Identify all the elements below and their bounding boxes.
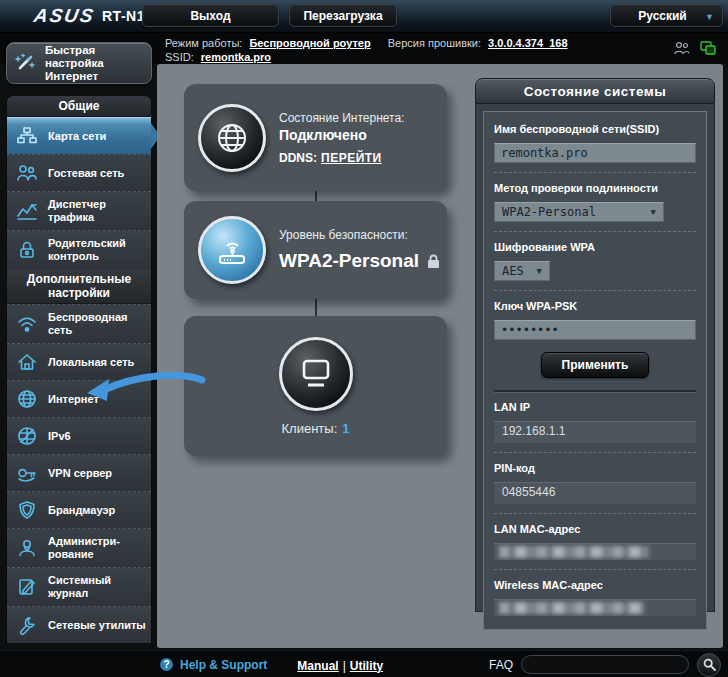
firmware-link[interactable]: 3.0.0.4.374_168 — [488, 37, 568, 49]
internet-status-value: Подключено — [279, 127, 404, 143]
sidebar-item-label: Гостевая сеть — [48, 167, 124, 180]
clients-label: Клиенты: — [282, 421, 338, 436]
sidebar-item-label: Беспроводная сеть — [48, 311, 149, 337]
sidebar-item-traffic-manager[interactable]: Диспетчер трафика — [7, 191, 151, 230]
clients-card[interactable]: Клиенты:1 — [184, 316, 447, 456]
clients-row: Клиенты:1 — [282, 421, 350, 436]
wpa-encryption-dropdown[interactable]: AES — [494, 261, 550, 281]
utility-link[interactable]: Utility — [350, 659, 383, 673]
connector-line — [315, 191, 317, 201]
firmware-label: Версия прошивки: — [388, 37, 481, 49]
help-support-link[interactable]: Help & Support — [180, 658, 267, 672]
connector-line — [315, 299, 317, 316]
ipv6-globe-icon — [14, 424, 40, 448]
quick-setup-button[interactable]: Быстрая настройка Интернет — [6, 42, 152, 84]
sidebar-item-parental-control[interactable]: Родительский контроль — [7, 230, 151, 269]
lan-mac-value-blurred — [494, 543, 696, 560]
clients-count-link[interactable]: 1 — [342, 421, 349, 436]
magnifier-icon — [703, 658, 716, 671]
auth-method-dropdown[interactable]: WPA2-Personal — [494, 202, 664, 222]
security-level-card[interactable]: Уровень безопасности: WPA2-Personal — [184, 201, 447, 299]
info-row-mode: Режим работы: Беспроводной роутер Версия… — [165, 37, 568, 49]
sidebar-item-label: Брандмауэр — [48, 504, 115, 517]
reboot-button[interactable]: Перезагрузка — [289, 4, 397, 27]
sidebar-item-network-tools[interactable]: Сетевые утилиты — [7, 606, 151, 643]
language-label: Русский — [638, 9, 687, 23]
ddns-go-link[interactable]: ПЕРЕЙТИ — [321, 151, 382, 165]
shield-icon — [14, 498, 40, 522]
sidebar-nav: Быстрая настройка Интернет Общие Карта с… — [6, 42, 152, 644]
logout-button[interactable]: Выход — [142, 4, 279, 27]
log-document-icon — [14, 575, 40, 599]
router-icon[interactable] — [198, 216, 266, 284]
traffic-chart-icon — [14, 199, 40, 223]
manual-link[interactable]: Manual — [297, 659, 338, 673]
clients-status-icon[interactable] — [674, 41, 690, 57]
internet-status-card[interactable]: Состояние Интернета: Подключено DDNS:ПЕР… — [184, 84, 447, 191]
wifi-icon — [14, 312, 40, 336]
faq-label: FAQ — [489, 658, 513, 672]
asus-logo: ASUS — [32, 5, 97, 27]
search-button[interactable] — [697, 653, 721, 677]
ddns-label: DDNS: — [279, 151, 317, 165]
footer-bar: ? Help & Support Manual|Utility FAQ — [0, 650, 728, 677]
sidebar-item-label: Родительский контроль — [48, 237, 149, 263]
client-computer-icon[interactable] — [279, 337, 353, 411]
faq-search-input[interactable] — [521, 655, 689, 674]
internet-globe-icon[interactable] — [198, 104, 266, 172]
sidebar-item-network-map[interactable]: Карта сети — [7, 117, 151, 154]
system-status-body: Имя беспроводной сети(SSID) Метод провер… — [475, 104, 715, 612]
apply-button[interactable]: Применить — [541, 352, 650, 378]
wireless-mac-label: Wireless MAC-адрес — [494, 579, 696, 591]
sidebar-item-firewall[interactable]: Брандмауэр — [7, 491, 151, 528]
wrench-icon — [14, 613, 40, 637]
sidebar-item-label: VPN сервер — [48, 467, 112, 480]
globe-icon — [14, 387, 40, 411]
wpa-psk-key-label: Ключ WPA-PSK — [494, 300, 696, 312]
sidebar-item-lan[interactable]: Локальная сеть — [7, 343, 151, 380]
ssid-link[interactable]: remontka.pro — [201, 51, 271, 63]
sidebar-item-wireless[interactable]: Беспроводная сеть — [7, 304, 151, 343]
mode-label: Режим работы: — [165, 37, 242, 49]
language-dropdown[interactable]: Русский — [610, 4, 723, 27]
sidebar-item-label: IPv6 — [48, 430, 71, 443]
help-question-icon: ? — [160, 658, 173, 671]
footer-links: Manual|Utility — [297, 656, 383, 674]
sidebar-item-vpn-server[interactable]: VPN сервер — [7, 454, 151, 491]
router-admin-page: ASUS RT-N12 Выход Перезагрузка Русский Р… — [0, 0, 728, 677]
sidebar-item-administration[interactable]: Администри-рование — [7, 528, 151, 567]
pin-code-label: PIN-код — [494, 462, 696, 474]
sidebar-menu: Общие Карта сети Гостевая сеть Диспетчер… — [6, 95, 152, 644]
internet-status-label: Состояние Интернета: — [279, 111, 404, 125]
ssid-input[interactable] — [494, 143, 696, 163]
admin-person-icon — [14, 536, 40, 560]
lan-ip-value: 192.168.1.1 — [494, 421, 696, 443]
sidebar-item-label: Администри-рование — [48, 535, 149, 561]
sidebar-item-system-log[interactable]: Системный журнал — [7, 567, 151, 606]
mode-link[interactable]: Беспроводной роутер — [249, 37, 370, 49]
lan-ip-label: LAN IP — [494, 401, 696, 413]
network-status-icon[interactable] — [700, 41, 716, 57]
sidebar-item-ipv6[interactable]: IPv6 — [7, 417, 151, 454]
wpa-encryption-value: AES — [502, 264, 524, 278]
sidebar-section-advanced: Дополнительные настройки — [7, 269, 151, 304]
sidebar-section-general: Общие — [7, 96, 151, 117]
vpn-key-icon — [14, 461, 40, 485]
top-bar: ASUS RT-N12 Выход Перезагрузка Русский — [0, 0, 728, 33]
sidebar-item-label: Интернет — [48, 393, 99, 406]
ssid-label: SSID: — [165, 51, 194, 63]
pin-code-value: 04855446 — [494, 482, 696, 504]
footer-link-divider: | — [343, 659, 346, 673]
sidebar-item-guest-network[interactable]: Гостевая сеть — [7, 154, 151, 191]
guest-users-icon — [14, 161, 40, 185]
wpa-psk-key-input[interactable] — [494, 320, 696, 340]
sidebar-item-wan-internet[interactable]: Интернет — [7, 380, 151, 417]
network-map-panel: Состояние Интернета: Подключено DDNS:ПЕР… — [157, 64, 723, 648]
padlock-icon — [427, 254, 440, 269]
sidebar-item-label: Сетевые утилиты — [48, 619, 146, 632]
ssid-field-label: Имя беспроводной сети(SSID) — [494, 123, 696, 135]
system-status-title: Состояние системы — [475, 78, 715, 104]
security-level-value: WPA2-Personal — [279, 250, 419, 272]
lock-icon — [14, 238, 40, 262]
home-icon — [14, 350, 40, 374]
